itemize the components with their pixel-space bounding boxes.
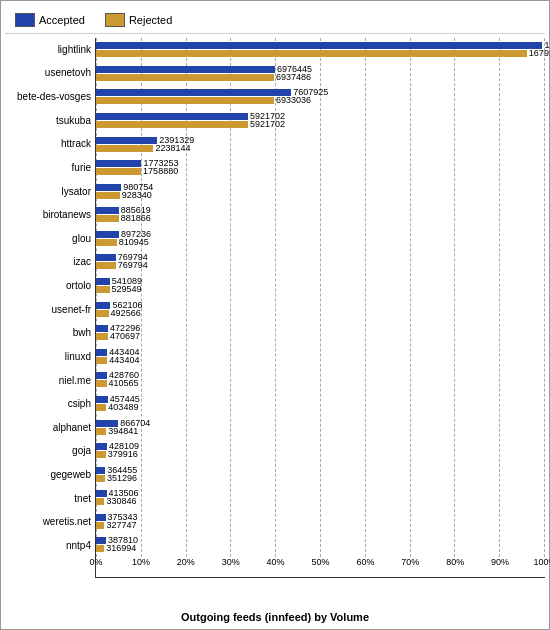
bar-rejected-tsukuba [96,121,248,128]
bar-label-rejected-glou: 810945 [119,238,149,247]
y-labels: lightlinkusenetovhbete-des-vosgestsukuba… [5,38,95,578]
bar-rejected-birotanews [96,215,119,222]
legend-rejected: Rejected [105,13,172,27]
bar-rejected-niel.me [96,380,107,387]
y-label-linuxd: linuxd [5,347,91,366]
bar-label-rejected-tsukuba: 5921702 [250,120,285,129]
bar-row-glou: 897236810945 [96,229,545,248]
chart-container: Accepted Rejected lightlinkusenetovhbete… [0,0,550,630]
bar-rejected-csiph [96,404,106,411]
bar-accepted-ortolo [96,278,110,285]
bar-accepted-furie [96,160,141,167]
bar-accepted-gegeweb [96,467,105,474]
bar-row-bwh: 472296470697 [96,323,545,342]
bar-label-rejected-goja: 379916 [108,450,138,459]
x-tick-7: 70% [401,557,419,567]
bar-row-nntp4: 387810316994 [96,535,545,554]
bar-label-rejected-birotanews: 881866 [121,214,151,223]
bar-label-rejected-usenet-fr: 492566 [111,309,141,318]
bar-rejected-usenetovh [96,74,274,81]
bar-accepted-usenetovh [96,66,275,73]
bar-label-rejected-gegeweb: 351296 [107,474,137,483]
bars-wrapper: 1740190616792971697644569374867607925693… [96,38,545,557]
bar-rejected-lightlink [96,50,527,57]
x-tick-5: 50% [311,557,329,567]
x-tick-8: 80% [446,557,464,567]
y-label-bwh: bwh [5,324,91,343]
bar-label-rejected-lysator: 928340 [122,191,152,200]
bar-label-rejected-weretis.net: 327747 [106,521,136,530]
y-label-usenet-fr: usenet-fr [5,300,91,319]
y-label-lysator: lysator [5,182,91,201]
bar-row-csiph: 457445403489 [96,394,545,413]
bar-label-rejected-csiph: 403489 [108,403,138,412]
y-label-izac: izac [5,253,91,272]
bars-section: 1740190616792971697644569374867607925693… [95,38,545,578]
chart-area: lightlinkusenetovhbete-des-vosgestsukuba… [5,38,545,578]
bar-row-ortolo: 541089529549 [96,276,545,295]
bar-rejected-ortolo [96,286,110,293]
chart-title-area: Outgoing feeds (innfeed) by Volume [1,607,549,623]
bar-accepted-izac [96,254,116,261]
bar-accepted-weretis.net [96,514,106,521]
y-label-tsukuba: tsukuba [5,111,91,130]
y-label-niel.me: niel.me [5,371,91,390]
bar-row-weretis.net: 375343327747 [96,512,545,531]
bar-label-rejected-niel.me: 410565 [109,379,139,388]
bar-accepted-goja [96,443,107,450]
bar-accepted-lysator [96,184,121,191]
bar-accepted-usenet-fr [96,302,110,309]
bar-label-rejected-lightlink: 16792971 [529,49,550,58]
bar-row-linuxd: 443404443404 [96,347,545,366]
y-label-furie: furie [5,158,91,177]
bar-rejected-gegeweb [96,475,105,482]
bar-accepted-bwh [96,325,108,332]
bar-row-lightlink: 1740190616792971 [96,40,545,59]
y-label-alphanet: alphanet [5,418,91,437]
bar-row-alphanet: 866704394841 [96,418,545,437]
bar-label-rejected-alphanet: 394841 [108,427,138,436]
bar-accepted-lightlink [96,42,542,49]
bar-label-rejected-linuxd: 443404 [109,356,139,365]
bar-label-rejected-httrack: 2238144 [155,144,190,153]
bar-accepted-glou [96,231,119,238]
rejected-swatch [105,13,125,27]
y-label-httrack: httrack [5,135,91,154]
bar-accepted-tnet [96,490,107,497]
y-label-usenetovh: usenetovh [5,64,91,83]
legend-accepted: Accepted [15,13,85,27]
bar-accepted-bete-des-vosges [96,89,291,96]
bar-label-rejected-tnet: 330846 [106,497,136,506]
bar-row-tsukuba: 59217025921702 [96,111,545,130]
bar-row-goja: 428109379916 [96,441,545,460]
bar-rejected-glou [96,239,117,246]
bar-accepted-csiph [96,396,108,403]
y-label-nntp4: nntp4 [5,536,91,555]
bar-accepted-tsukuba [96,113,248,120]
bar-accepted-nntp4 [96,537,106,544]
x-tick-10: 100% [533,557,550,567]
y-label-gegeweb: gegeweb [5,466,91,485]
y-label-goja: goja [5,442,91,461]
bar-row-usenet-fr: 562106492566 [96,300,545,319]
bar-row-izac: 769794769794 [96,252,545,271]
bar-row-usenetovh: 69764456937486 [96,64,545,83]
x-tick-3: 30% [222,557,240,567]
accepted-swatch [15,13,35,27]
bar-label-rejected-furie: 1758880 [143,167,178,176]
bar-rejected-tnet [96,498,104,505]
bar-row-httrack: 23913292238144 [96,135,545,154]
x-tick-1: 10% [132,557,150,567]
y-label-lightlink: lightlink [5,40,91,59]
y-label-ortolo: ortolo [5,277,91,296]
bar-rejected-weretis.net [96,522,104,529]
y-label-birotanews: birotanews [5,206,91,225]
x-axis-labels: 0%10%20%30%40%50%60%70%80%90%100% [96,557,545,577]
bar-rejected-bwh [96,333,108,340]
bar-label-rejected-bete-des-vosges: 6933036 [276,96,311,105]
bar-rejected-usenet-fr [96,310,109,317]
bar-rejected-lysator [96,192,120,199]
bar-row-tnet: 413506330846 [96,488,545,507]
bar-label-rejected-bwh: 470697 [110,332,140,341]
bar-label-rejected-usenetovh: 6937486 [276,73,311,82]
